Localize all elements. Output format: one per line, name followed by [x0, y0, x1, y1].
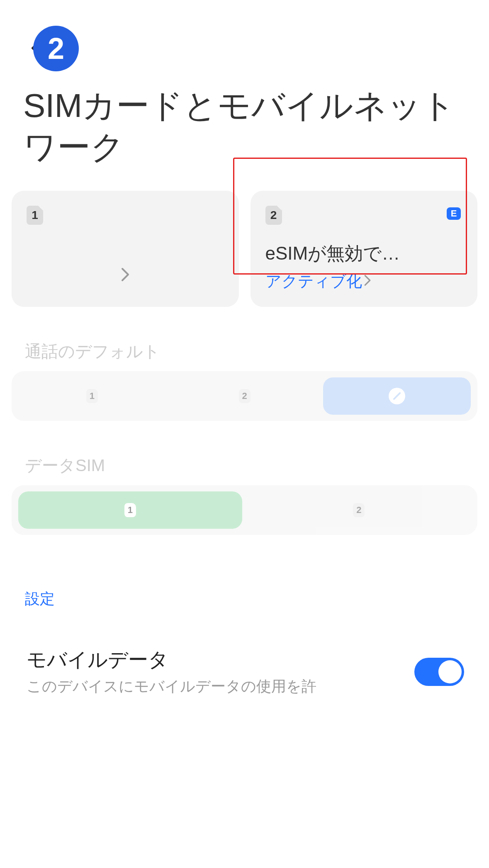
chevron-right-icon: [364, 273, 371, 290]
sim-slot-1-number: 1: [32, 209, 38, 222]
esim-badge-letter: E: [451, 208, 457, 219]
sim-slot-2-activate-link[interactable]: アクティブ化: [265, 271, 463, 292]
sim-slot-2-card[interactable]: 2 E eSIMが無効で… アクティブ化: [251, 191, 478, 307]
call-default-option-1[interactable]: 1: [18, 377, 166, 415]
call-default-segmented: 1 2: [12, 371, 477, 421]
data-sim-option-2[interactable]: 2: [247, 491, 471, 529]
sim-slot-2-activate-label: アクティブ化: [265, 271, 362, 292]
chevron-right-icon: [121, 268, 130, 285]
sim-chip-icon: 2: [353, 503, 365, 517]
mobile-data-title: モバイルデータ: [27, 647, 404, 673]
call-default-section: 通話のデフォルト 1 2: [0, 307, 489, 421]
sim-slot-1-tag: 1: [27, 206, 43, 225]
sim-slot-1-card[interactable]: 1: [12, 191, 239, 307]
no-sim-icon: [389, 388, 405, 404]
step-number: 2: [48, 32, 64, 66]
sim-slot-2-tag: 2: [265, 206, 282, 225]
data-sim-option-2-label: 2: [356, 505, 361, 515]
mobile-data-row[interactable]: モバイルデータ このデバイスにモバイルデータの使用を許: [0, 609, 489, 697]
sim-card-row: 1 2 E eSIMが無効で… アクティブ化: [0, 168, 489, 307]
call-default-option-none[interactable]: [323, 377, 471, 415]
call-default-label: 通話のデフォルト: [0, 307, 489, 371]
toggle-knob-icon: [438, 660, 462, 683]
call-default-option-1-label: 1: [90, 391, 95, 401]
data-sim-section: データSIM 1 2: [0, 421, 489, 535]
settings-section-label: 設定: [0, 535, 489, 609]
sim-slot-1-chevron: [12, 265, 239, 286]
step-badge: 2: [33, 26, 79, 71]
data-sim-label: データSIM: [0, 421, 489, 485]
sim-chip-icon: 2: [239, 389, 251, 403]
call-default-option-2[interactable]: 2: [171, 377, 319, 415]
data-sim-segmented: 1 2: [12, 485, 477, 535]
data-sim-option-1[interactable]: 1: [18, 491, 242, 529]
sim-slot-2-status: eSIMが無効で…: [265, 241, 463, 266]
page-title: SIMカードとモバイルネットワーク: [0, 62, 489, 168]
call-default-option-2-label: 2: [242, 391, 247, 401]
mobile-data-text: モバイルデータ このデバイスにモバイルデータの使用を許: [27, 647, 404, 697]
sim-chip-icon: 1: [86, 389, 98, 403]
sim-slot-2-number: 2: [270, 209, 277, 222]
sim-chip-icon: 1: [124, 503, 136, 517]
mobile-data-subtitle: このデバイスにモバイルデータの使用を許: [27, 676, 404, 697]
top-bar: 2: [0, 0, 489, 62]
data-sim-option-1-label: 1: [128, 505, 133, 515]
mobile-data-toggle[interactable]: [414, 658, 464, 686]
esim-badge-icon: E: [447, 207, 461, 220]
